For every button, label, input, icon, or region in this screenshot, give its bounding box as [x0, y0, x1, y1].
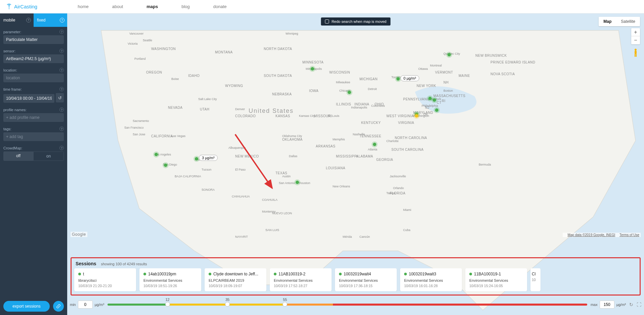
parameter-label: parameter: — [3, 30, 21, 34]
scale-max-input[interactable] — [600, 301, 614, 309]
session-cards: tlibrarycitsci10/03/19 21:20-21:2014ab10… — [74, 268, 637, 291]
scale-min-input[interactable] — [78, 301, 93, 309]
status-dot-icon — [78, 273, 81, 275]
top-nav: AirCasting home about maps blog donate — [0, 0, 644, 13]
session-card[interactable]: 11AB100319-2Environmental Services10/03/… — [270, 268, 332, 291]
help-icon[interactable]: ? — [59, 30, 64, 34]
session-card[interactable]: Cl10 — [530, 268, 541, 291]
marker[interactable] — [447, 53, 451, 56]
filter-sensor: sensor:? — [3, 49, 64, 63]
crowdmap-on-button[interactable]: on — [33, 151, 64, 161]
session-org: Environmental Services — [339, 278, 393, 282]
help-icon[interactable]: ? — [59, 146, 64, 150]
tags-input[interactable] — [3, 132, 64, 141]
brand[interactable]: AirCasting — [6, 4, 37, 10]
filter-location: location:? — [3, 68, 64, 82]
marker[interactable] — [396, 77, 400, 81]
filter-profile: profile names:? — [3, 107, 64, 122]
scale-knob[interactable] — [283, 302, 287, 307]
marker[interactable] — [373, 143, 376, 146]
reset-scale-button[interactable]: ↻ — [629, 302, 633, 307]
share-link-button[interactable] — [53, 301, 64, 312]
marker[interactable] — [428, 97, 432, 100]
scale-max-label: max — [591, 303, 598, 307]
marker[interactable] — [433, 98, 436, 102]
checkbox-icon — [325, 19, 329, 24]
marker[interactable] — [195, 157, 198, 161]
map-type-control: Map Satellite — [599, 17, 640, 26]
help-icon[interactable]: ? — [26, 18, 31, 22]
parameter-input[interactable] — [3, 35, 64, 44]
marker[interactable] — [311, 67, 314, 71]
marker[interactable] — [296, 181, 299, 184]
tab-mobile[interactable]: mobile ? — [0, 13, 34, 27]
session-card[interactable]: 14ab100319pmEnvironmental Services10/03/… — [139, 268, 201, 291]
session-card[interactable]: 10032019walt3Environmental Services10/03… — [400, 268, 462, 291]
pegman[interactable] — [631, 48, 640, 58]
filter-crowdmap: CrowdMap:? off on — [3, 146, 64, 161]
terms-link[interactable]: Terms of Use — [619, 233, 639, 237]
map[interactable]: United States WASHINGTONOREGONIDAHOMONTA… — [67, 13, 644, 315]
zoom-out-button[interactable]: − — [631, 36, 640, 44]
session-name: t — [83, 272, 84, 276]
link-icon — [56, 304, 61, 309]
scale-tick: 35 — [225, 298, 229, 302]
export-sessions-button[interactable]: export sessions — [3, 301, 50, 312]
svg-line-1 — [235, 134, 272, 188]
scale-max-unit: µg/m³ — [616, 303, 626, 307]
session-org: ELPCAIRBEAM 2019 — [209, 278, 262, 282]
crowdmap-off-button[interactable]: off — [3, 151, 33, 161]
session-time: 10/03/19 17:52-18:27 — [274, 284, 328, 288]
profile-input[interactable] — [3, 113, 64, 122]
help-icon[interactable]: ? — [60, 18, 65, 22]
scale-min-label: min — [70, 303, 76, 307]
sensor-input[interactable] — [3, 54, 64, 63]
sessions-title: Sessions — [76, 261, 96, 266]
timeframe-input[interactable] — [3, 94, 54, 103]
google-logo: Google — [71, 232, 87, 237]
reset-timeframe-button[interactable]: ↺ — [56, 93, 64, 102]
session-card[interactable]: 11BA100319-1Environmental Services10/03/… — [465, 268, 527, 291]
scale-tick: 55 — [283, 298, 287, 302]
help-icon[interactable]: ? — [59, 68, 64, 72]
tags-label: tags: — [3, 127, 11, 131]
status-dot-icon — [143, 273, 146, 275]
status-dot-icon — [339, 273, 342, 275]
location-input[interactable] — [3, 74, 64, 82]
svg-rect-3 — [635, 51, 637, 54]
scale-knob[interactable] — [165, 302, 170, 307]
session-time: 10/03/19 17:36-18:15 — [339, 284, 393, 288]
session-org: Environmental Services — [404, 278, 458, 282]
map-type-map[interactable]: Map — [599, 17, 616, 26]
status-dot-icon — [274, 273, 276, 275]
marker[interactable] — [415, 114, 418, 118]
session-org: Environmental Services — [469, 278, 523, 282]
zoom-in-button[interactable]: + — [631, 28, 640, 36]
nav-home[interactable]: home — [78, 4, 89, 9]
session-card[interactable]: Clyde downtown to Jeff...ELPCAIRBEAM 201… — [205, 268, 266, 291]
nav-blog[interactable]: blog — [181, 4, 190, 9]
session-org: Environmental Services — [143, 278, 197, 282]
marker[interactable] — [164, 164, 167, 167]
marker[interactable] — [435, 108, 438, 112]
expand-scale-button[interactable]: ⛶ — [637, 302, 641, 307]
nav-donate[interactable]: donate — [213, 4, 227, 9]
timeframe-label: time frame: — [3, 87, 22, 91]
session-card[interactable]: tlibrarycitsci10/03/19 21:20-21:20 — [74, 268, 136, 291]
help-icon[interactable]: ? — [59, 107, 64, 112]
help-icon[interactable]: ? — [59, 49, 64, 53]
tab-fixed[interactable]: fixed ? — [34, 13, 67, 27]
session-card[interactable]: 10032019walt4Environmental Services10/03… — [335, 268, 397, 291]
marker[interactable] — [155, 153, 158, 156]
redo-search-toggle[interactable]: Redo search when map is moved — [321, 17, 390, 26]
brand-text: AirCasting — [14, 4, 37, 9]
scale-knob[interactable] — [225, 302, 230, 307]
help-icon[interactable]: ? — [59, 87, 64, 91]
map-type-satellite[interactable]: Satellite — [616, 17, 640, 26]
session-name: 11AB100319-2 — [278, 272, 305, 276]
marker[interactable] — [348, 91, 351, 94]
help-icon[interactable]: ? — [59, 127, 64, 131]
nav-maps[interactable]: maps — [146, 4, 158, 9]
filter-timeframe: time frame:? ↺ — [3, 87, 64, 103]
nav-about[interactable]: about — [112, 4, 123, 9]
